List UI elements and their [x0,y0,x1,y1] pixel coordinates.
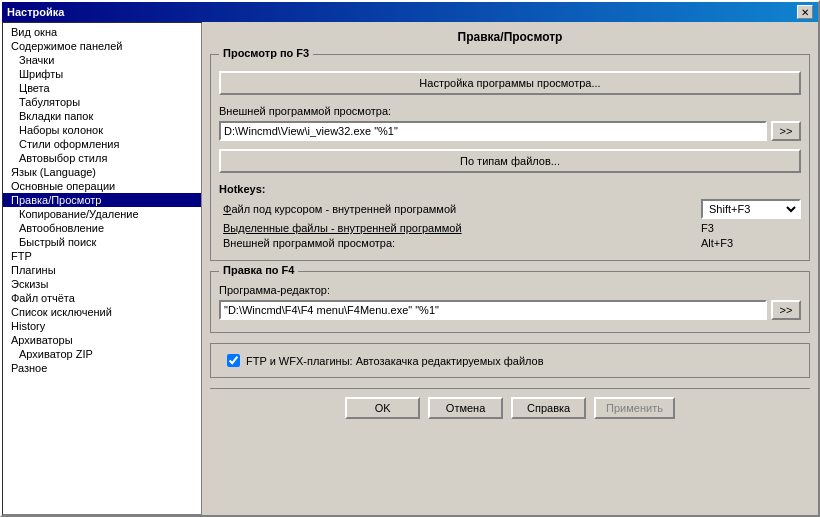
sidebar-item-avtovybor[interactable]: Автовыбор стиля [3,151,201,165]
panel-title: Правка/Просмотр [210,30,810,44]
hotkey-row-3: Внешней программой просмотра: Alt+F3 [219,237,801,249]
editor-row: >> [219,300,801,320]
sidebar-item-pravka[interactable]: Правка/Просмотр [3,193,201,207]
external-program-label: Внешней программой просмотра: [219,105,801,117]
sidebar-item-kopirovanie[interactable]: Копирование/Удаление [3,207,201,221]
sidebar-item-spisok[interactable]: Список исключений [3,305,201,319]
cancel-button[interactable]: Отмена [428,397,503,419]
ftp-label: FTP и WFX-плагины: Автозакачка редактиру… [246,355,544,367]
view-f3-title: Просмотр по F3 [219,47,313,59]
apply-button[interactable]: Применить [594,397,675,419]
ftp-checkbox[interactable] [227,354,240,367]
hotkey-desc-2: Выделенные файлы - внутренней программой [223,222,701,234]
sidebar-item-raznoe[interactable]: Разное [3,361,201,375]
sidebar-item-cveta[interactable]: Цвета [3,81,201,95]
setup-viewer-button[interactable]: Настройка программы просмотра... [219,71,801,95]
external-browse-button[interactable]: >> [771,121,801,141]
sidebar-item-znachki[interactable]: Значки [3,53,201,67]
sidebar-item-shrifty[interactable]: Шрифты [3,67,201,81]
edit-f4-group: Правка по F4 Программа-редактор: >> [210,271,810,333]
edit-f4-title: Правка по F4 [219,264,298,276]
hotkey-desc-1: Файл под курсором - внутренней программо… [223,203,701,215]
hotkeys-section: Hotkeys: Файл под курсором - внутренней … [219,183,801,249]
sidebar-item-fayl-otcheta[interactable]: Файл отчёта [3,291,201,305]
sidebar-item-bystryy[interactable]: Быстрый поиск [3,235,201,249]
sidebar-item-vid-okna[interactable]: Вид окна [3,25,201,39]
sidebar-item-stili[interactable]: Стили оформления [3,137,201,151]
editor-browse-button[interactable]: >> [771,300,801,320]
sidebar-item-arkhivatory[interactable]: Архиваторы [3,333,201,347]
hotkey-value-2: F3 [701,222,801,234]
external-program-row: >> [219,121,801,141]
hotkey-dropdown-1: Shift+F3 [701,199,801,219]
sidebar-item-ftp[interactable]: FTP [3,249,201,263]
ok-button[interactable]: OK [345,397,420,419]
sidebar-item-nabory[interactable]: Наборы колонок [3,123,201,137]
ftp-group: FTP и WFX-плагины: Автозакачка редактиру… [210,343,810,378]
titlebar: Настройка ✕ [2,2,818,22]
view-f3-group: Просмотр по F3 Настройка программы просм… [210,54,810,261]
sidebar-item-history[interactable]: History [3,319,201,333]
ftp-checkbox-row: FTP и WFX-плагины: Автозакачка редактиру… [219,348,801,373]
sidebar-item-yazyk[interactable]: Язык (Language) [3,165,201,179]
footer: OK Отмена Справка Применить [210,388,810,427]
sidebar-item-arkhivator-zip[interactable]: Архиватор ZIP [3,347,201,361]
hotkey-row-1: Файл под курсором - внутренней программо… [219,199,801,219]
hotkey-desc-3: Внешней программой просмотра: [223,237,701,249]
hotkeys-label: Hotkeys: [219,183,801,195]
sidebar-item-avtoobnovlenie[interactable]: Автообновление [3,221,201,235]
external-program-input[interactable] [219,121,767,141]
main-panel: Правка/Просмотр Просмотр по F3 Настройка… [202,22,818,515]
close-button[interactable]: ✕ [797,5,813,19]
sidebar-item-osnovnye[interactable]: Основные операции [3,179,201,193]
window-title: Настройка [7,6,64,18]
by-types-button[interactable]: По типам файлов... [219,149,801,173]
hotkey-value-3: Alt+F3 [701,237,801,249]
sidebar-item-tabulyatory[interactable]: Табуляторы [3,95,201,109]
main-window: Настройка ✕ Вид окнаСодержимое панелейЗн… [0,0,820,517]
editor-input[interactable] [219,300,767,320]
sidebar-item-eskizy[interactable]: Эскизы [3,277,201,291]
hotkey-row-2: Выделенные файлы - внутренней программой… [219,222,801,234]
sidebar-item-plaginy[interactable]: Плагины [3,263,201,277]
sidebar-item-soderzhimoe[interactable]: Содержимое панелей [3,39,201,53]
content-area: Вид окнаСодержимое панелейЗначкиШрифтыЦв… [2,22,818,515]
sidebar-item-vkladki[interactable]: Вкладки папок [3,109,201,123]
editor-label: Программа-редактор: [219,284,801,296]
hotkey-select-1[interactable]: Shift+F3 [701,199,801,219]
sidebar: Вид окнаСодержимое панелейЗначкиШрифтыЦв… [2,22,202,515]
help-button[interactable]: Справка [511,397,586,419]
